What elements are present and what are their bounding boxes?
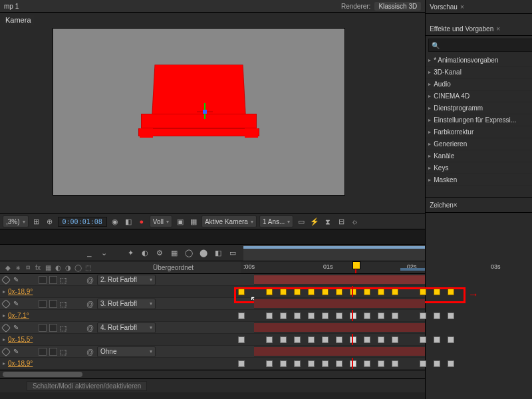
effects-category[interactable]: Farbkorrektur [426,126,532,138]
keyframe[interactable] [392,289,398,295]
keyframe[interactable] [308,313,315,319]
effects-category[interactable]: Einstellungen für Expressi... [426,114,532,126]
keyframe[interactable] [420,289,426,295]
toggle-switches-button[interactable]: Schalter/Modi aktivieren/deaktivieren [27,381,147,391]
shy-toggle-icon[interactable]: ⌄ [98,247,109,258]
switch-box[interactable] [49,276,57,284]
effects-category[interactable]: Kanäle [426,150,532,162]
keyframe[interactable] [280,336,287,343]
keyframe[interactable] [336,360,342,367]
keyframe[interactable] [378,336,384,343]
keyframe[interactable] [392,313,398,319]
render-icon[interactable]: ⬤ [198,247,209,258]
keyframe[interactable] [280,360,287,367]
pickwhip-icon[interactable]: @ [86,276,94,284]
views-dropdown[interactable]: 1 Ans... [259,215,293,227]
keyframe[interactable] [420,336,426,343]
twirl-icon[interactable]: ▸ [3,336,5,342]
keyframe[interactable] [448,360,454,367]
keyframe[interactable] [322,313,329,319]
reset-exposure-icon[interactable]: ☼ [349,216,360,227]
3d-layer-icon[interactable]: ⬚ [60,300,68,308]
roi-icon[interactable]: ▣ [175,216,186,227]
frame-blend-icon[interactable]: ✦ [125,247,136,258]
pickwhip-icon[interactable]: @ [86,324,94,332]
keyframe[interactable] [448,289,454,295]
current-timecode[interactable]: 0:00:01:08 [58,217,107,227]
keyframe[interactable] [238,313,245,319]
character-panel-tab[interactable]: Zeichen× [426,197,532,213]
keyframe[interactable] [434,336,440,343]
layer-track[interactable] [254,274,425,285]
keyframe[interactable] [350,289,356,295]
parent-dropdown[interactable]: 4. Rot Farbfl [97,323,156,333]
effects-search-input[interactable]: 🔍 [428,39,532,52]
effects-category[interactable]: Generieren [426,138,532,150]
keyframe[interactable] [350,336,356,343]
layer-track[interactable] [254,346,425,357]
effects-category[interactable]: Masken [426,174,532,186]
keyframe[interactable] [322,336,329,343]
keyframe[interactable] [392,360,398,367]
transparency-icon[interactable]: ▦ [188,216,199,227]
snapshot-icon[interactable]: ◉ [110,216,120,227]
keyframe[interactable] [350,360,356,367]
edit-icon[interactable]: ✎ [13,348,19,355]
property-value[interactable]: 0x-15,5° [8,336,33,343]
switch-box[interactable] [39,348,47,356]
keyframe[interactable] [448,313,454,319]
keyframe[interactable] [448,336,454,343]
property-value[interactable]: 0x-18,9° [8,288,33,295]
keyframe[interactable] [420,313,426,319]
keyframe[interactable] [378,360,384,367]
motion-blur-icon[interactable]: ◐ [140,247,150,258]
switch-box[interactable] [39,324,47,332]
keyframe[interactable] [378,289,384,295]
h-scrollbar[interactable] [0,370,425,378]
preview-panel-tab[interactable]: Vorschau× [426,0,532,14]
layer-track[interactable] [254,298,425,309]
keyframe[interactable] [364,336,370,343]
keyframe[interactable] [336,289,342,295]
keyframe[interactable] [308,360,315,367]
keyframe[interactable] [378,313,384,319]
channels-icon[interactable]: ● [136,216,147,227]
effects-category[interactable]: Dienstprogramm [426,102,532,114]
property-value[interactable]: 0x-18,9° [8,360,33,367]
keyframe[interactable] [294,313,301,319]
flowchart-icon[interactable]: ⊟ [336,216,346,227]
parent-dropdown[interactable]: 2. Rot Farbfl [97,275,156,285]
effects-panel-tab[interactable]: Effekte und Vorgaben× [426,22,532,36]
resolution-dropdown[interactable]: Voll [150,215,172,227]
keyframe[interactable] [420,360,426,367]
keyframe[interactable] [266,289,273,295]
target-icon[interactable]: ⊕ [45,216,55,227]
keyframe-track[interactable]: → ↖ [235,286,425,297]
renderer-dropdown[interactable]: Klassisch 3D [374,2,421,11]
brain-icon[interactable]: ⚙ [154,247,165,258]
keyframe-nav-icon[interactable] [1,346,11,356]
close-icon[interactable]: × [460,3,464,11]
keyframe[interactable] [280,313,287,319]
shy-icon[interactable]: ⎯ [84,247,94,258]
parent-dropdown[interactable]: Ohne [97,346,156,357]
keyframe[interactable] [294,336,301,343]
effects-category[interactable]: Audio [426,78,532,90]
keyframe-nav-icon[interactable] [1,323,11,332]
switch-box[interactable] [39,300,47,308]
switch-box[interactable] [49,324,57,332]
layer-track[interactable] [254,322,425,333]
keyframe-nav-icon[interactable] [1,275,11,284]
render-settings-icon[interactable]: ◧ [213,247,223,258]
keyframe[interactable] [294,289,301,295]
keyframe-nav-icon[interactable] [1,299,11,308]
show-snapshot-icon[interactable]: ◧ [123,216,134,227]
active-camera-dropdown[interactable]: Aktive Kamera [201,215,257,227]
keyframe[interactable] [322,360,329,367]
time-ruler[interactable]: :00s 01s 02s 03s [241,261,425,273]
keyframe[interactable] [238,336,245,343]
edit-icon[interactable]: ✎ [13,324,19,331]
keyframe[interactable] [238,289,245,295]
work-area[interactable] [400,268,425,271]
collapse-icon[interactable]: ▭ [227,247,238,258]
